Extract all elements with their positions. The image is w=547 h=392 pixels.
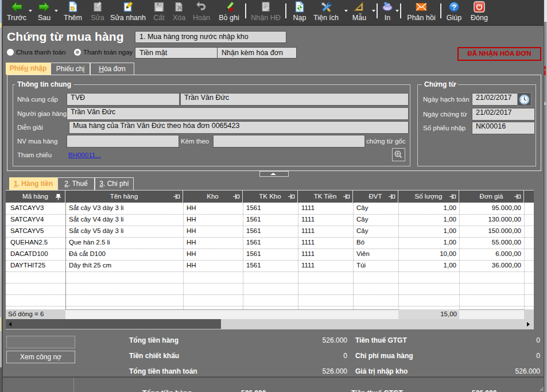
svg-text:?: ? [452,3,456,11]
